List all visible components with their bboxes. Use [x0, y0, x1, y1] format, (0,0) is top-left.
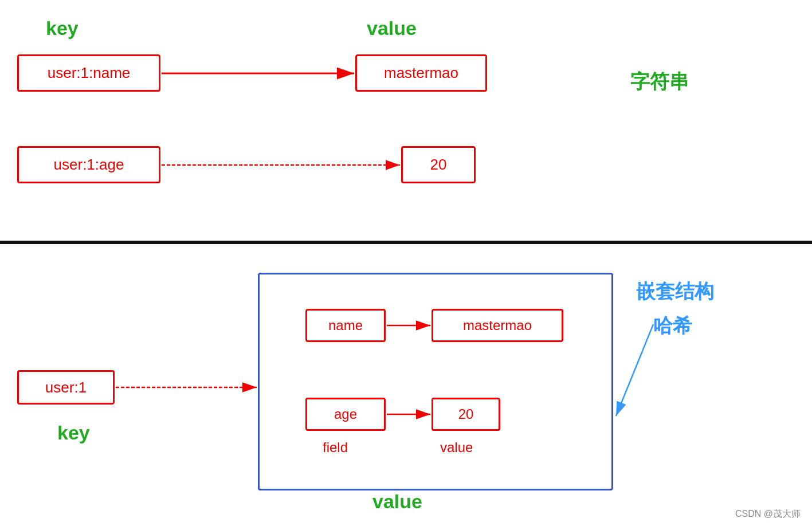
- value-20-inner: 20: [432, 398, 500, 431]
- top-value-label: value: [367, 17, 417, 40]
- field-name-box: name: [305, 309, 386, 342]
- hash-container: name mastermao age 20 field value: [258, 273, 613, 490]
- watermark: CSDN @茂大师: [735, 508, 801, 520]
- bottom-value-label: value: [372, 490, 422, 513]
- string-label: 字符串: [630, 69, 689, 95]
- bottom-key-label: key: [57, 422, 90, 444]
- field-label: field: [323, 439, 348, 456]
- key-box-age: user:1:age: [17, 146, 160, 183]
- value-box-20-top: 20: [401, 146, 476, 183]
- nested-label: 嵌套结构: [636, 278, 714, 305]
- top-key-label: key: [46, 17, 79, 40]
- field-age-box: age: [305, 398, 386, 431]
- value-label-inner: value: [440, 439, 473, 456]
- svg-line-9: [616, 324, 653, 416]
- bottom-key-box: user:1: [17, 370, 115, 405]
- hash-label: 哈希: [653, 313, 692, 339]
- value-box-mastermao: mastermao: [355, 54, 487, 92]
- diagram-container: key value 字符串 user:1:name mastermao user…: [0, 0, 812, 526]
- bottom-section: key value 嵌套结构 哈希 user:1 name mastermao …: [0, 244, 812, 526]
- inner-arrows-svg: [260, 274, 611, 489]
- key-box-name: user:1:name: [17, 54, 160, 92]
- top-section: key value 字符串 user:1:name mastermao user…: [0, 0, 812, 241]
- value-mastermao-inner: mastermao: [432, 309, 563, 342]
